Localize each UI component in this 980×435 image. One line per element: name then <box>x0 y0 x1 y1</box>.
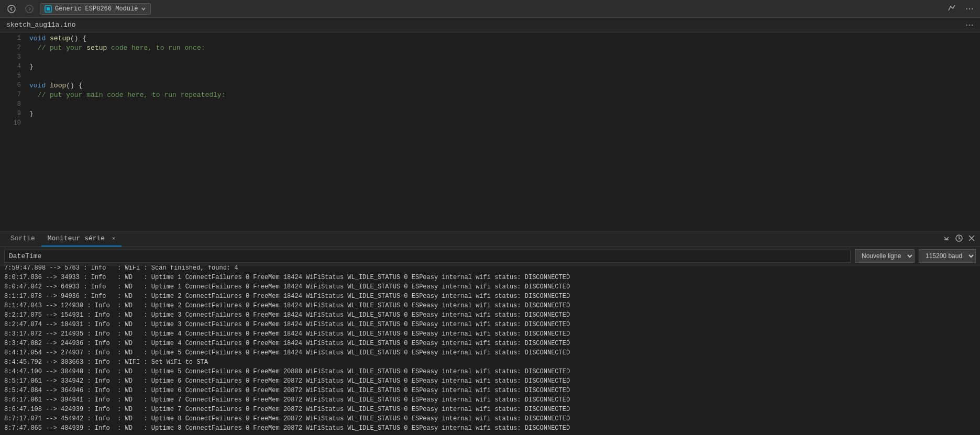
line-content: // put your main code here, to run repea… <box>29 91 225 99</box>
log-line: 8:0:17.036 --> 34933 : Info : WD : Uptim… <box>4 273 976 282</box>
log-line: 8:6:17.061 --> 394941 : Info : WD : Upti… <box>4 395 976 405</box>
log-line: 8:3:47.082 --> 244936 : Info : WD : Upti… <box>4 339 976 348</box>
line-number: 3 <box>4 53 21 61</box>
log-line: 8:2:17.075 --> 154931 : Info : WD : Upti… <box>4 310 976 320</box>
log-line: 8:4:17.054 --> 274937 : Info : WD : Upti… <box>4 348 976 358</box>
code-line: 10 <box>0 119 980 129</box>
more-options-button[interactable]: ⋯ <box>963 3 976 15</box>
line-content: // put your setup code here, to run once… <box>29 44 205 52</box>
board-label: Generic ESP8266 Module <box>55 5 138 13</box>
autoscroll-icon <box>942 234 951 242</box>
main-toolbar: Generic ESP8266 Module ⋯ <box>0 0 980 18</box>
log-line: 8:4:45.792 --> 303663 : Info : WIFI : Se… <box>4 358 976 367</box>
log-line: 8:2:47.074 --> 184931 : Info : WD : Upti… <box>4 320 976 329</box>
line-content: void loop() { <box>29 82 82 90</box>
line-content: void setup() { <box>29 35 86 42</box>
newline-select[interactable]: Nouvelle ligne <box>855 249 915 263</box>
code-line: 8 <box>0 101 980 110</box>
tab-moniteur-serie[interactable]: Moniteur série × <box>41 231 122 247</box>
serial-plotter-icon <box>948 3 957 13</box>
back-icon <box>7 5 16 13</box>
log-line: 8:4:47.100 --> 304940 : Info : WD : Upti… <box>4 367 976 376</box>
tab-close-button[interactable]: × <box>112 236 116 242</box>
log-line: 8:7:17.071 --> 454942 : Info : WD : Upti… <box>4 414 976 423</box>
log-line: 8:1:17.078 --> 94936 : Info : WD : Uptim… <box>4 292 976 301</box>
monitor-output[interactable]: 7:59:46.125 --> 9ï¿½13ï¿½BJï¿½ï¿½??ï¿½49… <box>0 265 980 435</box>
clear-icon <box>967 234 976 242</box>
log-line: 8:5:17.061 --> 334942 : Info : WD : Upti… <box>4 376 976 386</box>
line-number: 2 <box>4 44 21 51</box>
tab-icons <box>942 234 976 244</box>
code-line: 2 // put your setup code here, to run on… <box>0 44 980 53</box>
log-line: 8:5:47.084 --> 364946 : Info : WD : Upti… <box>4 386 976 395</box>
message-input[interactable] <box>4 250 851 263</box>
serial-plotter-button[interactable] <box>945 2 959 15</box>
code-line: 6void loop() { <box>0 82 980 91</box>
line-number: 1 <box>4 35 21 42</box>
log-line: 7:59:47.898 --> 5763 : Info : WiFi : Sca… <box>4 265 976 273</box>
log-line: 8:0:47.042 --> 64933 : Info : WD : Uptim… <box>4 282 976 292</box>
board-selector[interactable]: Generic ESP8266 Module <box>40 3 151 15</box>
log-line: 8:7:47.065 --> 484939 : Info : WD : Upti… <box>4 423 976 433</box>
svg-point-1 <box>26 5 33 13</box>
toolbar-right: ⋯ <box>945 2 976 15</box>
back-button[interactable] <box>4 3 19 15</box>
line-number: 10 <box>4 119 21 127</box>
code-line: 1void setup() { <box>0 35 980 44</box>
forward-icon <box>25 5 34 13</box>
tab-sortie[interactable]: Sortie <box>4 231 41 247</box>
log-line: 8:1:47.043 --> 124930 : Info : WD : Upti… <box>4 301 976 310</box>
code-line: 7 // put your main code here, to run rep… <box>0 91 980 101</box>
autoscroll-button[interactable] <box>942 234 951 244</box>
forward-button[interactable] <box>22 3 37 15</box>
clock-icon <box>955 234 963 242</box>
line-number: 4 <box>4 63 21 70</box>
baud-select[interactable]: 115200 baud <box>919 249 976 263</box>
code-container[interactable]: 1void setup() {2 // put your setup code … <box>0 32 980 231</box>
editor-area: 1void setup() {2 // put your setup code … <box>0 32 980 231</box>
chevron-down-icon <box>141 6 146 12</box>
svg-rect-3 <box>47 7 50 10</box>
file-menu-button[interactable]: ⋯ <box>965 20 974 30</box>
code-line: 3 <box>0 53 980 63</box>
line-number: 6 <box>4 82 21 89</box>
log-line: 8:6:47.108 --> 424939 : Info : WD : Upti… <box>4 405 976 414</box>
code-line: 5 <box>0 72 980 82</box>
svg-point-0 <box>8 5 15 13</box>
line-number: 8 <box>4 101 21 108</box>
serial-monitor-panel: Sortie Moniteur série × <box>0 231 980 435</box>
code-line: 4} <box>0 63 980 72</box>
ellipsis-icon: ⋯ <box>965 4 974 13</box>
line-content: } <box>29 110 34 118</box>
line-content: } <box>29 63 34 71</box>
line-number: 5 <box>4 72 21 80</box>
file-tab-bar: sketch_aug11a.ino ⋯ <box>0 18 980 32</box>
line-number: 7 <box>4 91 21 98</box>
timestamp-button[interactable] <box>955 234 963 244</box>
log-line: 8:3:17.072 --> 214935 : Info : WD : Upti… <box>4 329 976 339</box>
line-number: 9 <box>4 110 21 117</box>
clear-button[interactable] <box>967 234 976 244</box>
board-icon <box>45 5 52 13</box>
monitor-controls: Nouvelle ligne 115200 baud <box>0 247 980 265</box>
monitor-tabs: Sortie Moniteur série × <box>0 231 980 247</box>
code-line: 9} <box>0 110 980 119</box>
file-name: sketch_aug11a.ino <box>6 21 76 29</box>
